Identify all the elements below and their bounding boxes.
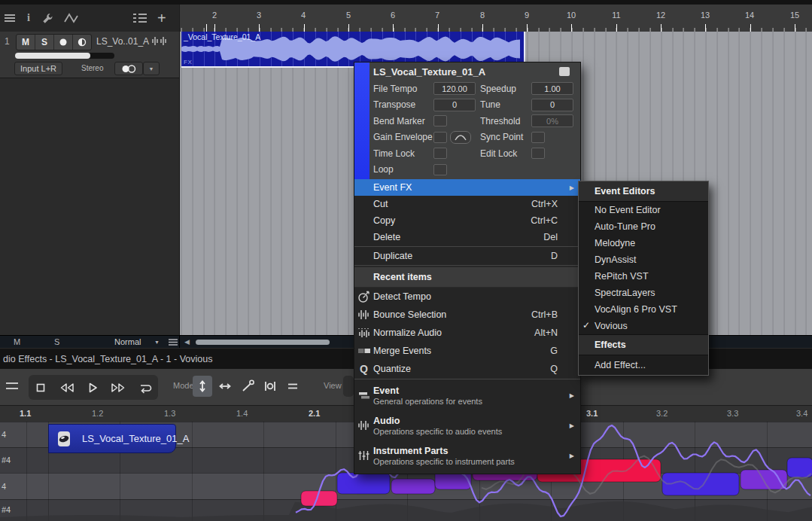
ruler-number: 13	[701, 11, 710, 20]
ruler-number: 9	[525, 11, 529, 20]
submenu-item-add-effect[interactable]: Add Effect...	[579, 355, 708, 375]
submenu-item-melodyne[interactable]: Melodyne	[579, 235, 708, 251]
record-icon	[59, 38, 68, 47]
menu-header-recent-items: Recent items	[354, 267, 580, 288]
editor-menu-icon[interactable]	[6, 381, 20, 392]
submenu-item-no-event-editor[interactable]: No Event Editor	[579, 202, 708, 218]
context-menu: LS_Vocal_Texture_01_A File Tempo 120.00 …	[354, 62, 581, 474]
tool-wrench-icon[interactable]	[41, 12, 53, 25]
menu-item-cut[interactable]: CutCtrl+X	[354, 196, 580, 212]
track-list-icon[interactable]	[133, 13, 147, 23]
cycle-button[interactable]	[138, 381, 153, 395]
shortcut: Del	[543, 232, 558, 242]
threshold-label: Threshold	[480, 116, 531, 126]
submenu-item-repitch-vst[interactable]: RePitch VST	[579, 268, 708, 285]
submenu-arrow-icon: ▶	[570, 452, 574, 459]
volume-slider[interactable]	[15, 53, 114, 59]
menu-item-quantize[interactable]: Q QuantizeQ	[354, 360, 580, 378]
gain-curve-button[interactable]	[450, 131, 471, 144]
timeline-ruler[interactable]: 2 3 4 5 6 7 8 9 10 11 12 13 14 15	[179, 5, 812, 32]
menu-item-normalize-audio[interactable]: Normalize AudioAlt+N	[354, 324, 580, 342]
menu-item-delete[interactable]: DeleteDel	[354, 229, 580, 245]
submenu-item-auto-tune-pro[interactable]: Auto-Tune Pro	[579, 218, 708, 235]
divider	[179, 336, 180, 349]
fx-badge: FX	[184, 59, 192, 66]
threshold-value: 0%	[531, 114, 573, 127]
mode-range-button[interactable]	[260, 376, 280, 397]
pitch-key-label: 4	[2, 482, 6, 491]
mode-slope-button[interactable]	[238, 376, 257, 397]
track-name[interactable]: LS_Vo..01_A	[96, 36, 149, 47]
mode-dropdown-icon[interactable]: ▼	[154, 340, 160, 345]
menu-item-detect-tempo[interactable]: Detect Tempo	[354, 288, 580, 306]
editor-title: dio Effects - LS_Vocal_Texture_01_A - 1 …	[3, 354, 212, 364]
submenu-item-spectralayers[interactable]: SpectraLayers	[579, 285, 708, 301]
time-lock-checkbox[interactable]	[433, 148, 447, 159]
submenu-item-dynassist[interactable]: DynAssist	[579, 251, 708, 268]
lower-mute-button[interactable]: M	[14, 337, 20, 346]
menu-item-bounce-selection[interactable]: Bounce SelectionCtrl+B	[354, 306, 580, 324]
lower-solo-button[interactable]: S	[54, 337, 59, 346]
monitor-button[interactable]	[73, 35, 91, 50]
file-tempo-value[interactable]: 120.00	[433, 82, 476, 95]
mode-select[interactable]: Normal	[114, 337, 141, 346]
transpose-label: Transpose	[373, 99, 433, 110]
solo-button[interactable]: S	[35, 35, 54, 50]
sync-point-checkbox[interactable]	[531, 132, 545, 143]
ruler-number: 2	[212, 11, 217, 20]
gain-envelope-checkbox[interactable]	[433, 132, 447, 143]
track-list-panel: 1 M S LS_Vo..01_A Input L+R Stereo	[0, 32, 179, 335]
menu-icon[interactable]	[5, 14, 17, 23]
ruler-number: 6	[391, 11, 395, 20]
view-control[interactable]	[343, 376, 354, 397]
play-button[interactable]	[86, 381, 99, 395]
editor-clip-tab[interactable]: LS_Vocal_Texture_01_A	[48, 424, 176, 453]
mode-level-button[interactable]	[283, 376, 303, 397]
menu-item-audio[interactable]: AudioOperations specific to audio events…	[354, 410, 580, 440]
track-button-group: M S	[16, 34, 92, 50]
automation-curve-icon[interactable]	[64, 12, 79, 24]
loop-checkbox[interactable]	[433, 164, 447, 175]
mode-horizontal-button[interactable]	[215, 376, 235, 397]
detect-tempo-icon	[354, 291, 373, 303]
menu-item-instrument-parts[interactable]: Instrument PartsOperations specific to i…	[354, 440, 580, 471]
track-header[interactable]: 1 M S LS_Vo..01_A Input L+R Stereo	[0, 32, 179, 78]
info-icon[interactable]: i	[27, 12, 30, 24]
menu-item-duplicate[interactable]: DuplicateD	[354, 248, 580, 264]
beat-label: 3.4	[796, 409, 807, 418]
menu-item-merge-events[interactable]: Merge EventsG	[354, 342, 580, 360]
rewind-button[interactable]	[59, 381, 75, 395]
bend-marker-label: Bend Marker	[373, 116, 433, 126]
monitor-icon	[78, 38, 87, 47]
pitch-key-label: #4	[2, 455, 11, 465]
tune-value[interactable]: 0	[531, 99, 573, 111]
event-active-checkbox[interactable]	[559, 67, 570, 76]
bend-marker-checkbox[interactable]	[433, 115, 447, 126]
stop-button[interactable]	[34, 381, 47, 395]
record-arm-button[interactable]	[54, 35, 73, 50]
mute-button[interactable]: M	[17, 35, 35, 50]
shortcut: Q	[550, 364, 558, 374]
submenu-item-vocalign[interactable]: VocAlign 6 Pro VST	[579, 301, 708, 318]
transpose-value[interactable]: 0	[433, 99, 476, 111]
menu-item-event[interactable]: EventGeneral operations for events ▶	[354, 380, 580, 410]
forward-button[interactable]	[110, 381, 126, 395]
menu-item-copy[interactable]: CopyCtrl+C	[354, 212, 580, 229]
menu-separator	[354, 246, 580, 247]
menu-item-event-fx[interactable]: Event FX ▶	[354, 179, 580, 196]
beat-label: 3.3	[727, 409, 738, 418]
input-dropdown-button[interactable]: ▼	[143, 62, 160, 75]
edit-lock-checkbox[interactable]	[531, 148, 545, 159]
lower-menu-icon[interactable]	[169, 339, 178, 346]
channel-toggle[interactable]	[114, 62, 143, 75]
add-track-icon[interactable]: +	[157, 10, 166, 27]
submenu-item-vovious[interactable]: ✓ Vovious	[579, 318, 708, 334]
input-routing-button[interactable]: Input L+R	[14, 62, 62, 75]
waveform-icon	[151, 36, 168, 46]
mode-vertical-button[interactable]	[193, 376, 212, 397]
scroll-left-icon[interactable]: ◀	[184, 338, 190, 346]
horizontal-scrollbar[interactable]	[196, 340, 330, 345]
channel-mode-label: Stereo	[81, 64, 103, 72]
pitch-key-label: #4	[2, 505, 11, 514]
speedup-value[interactable]: 1.00	[531, 82, 573, 95]
